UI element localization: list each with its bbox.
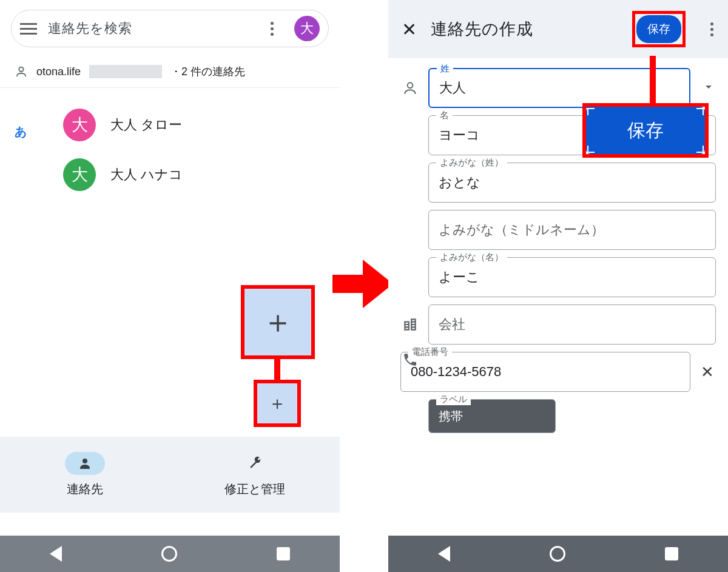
contact-name: 大人 ハナコ <box>110 166 183 184</box>
plus-icon: ＋ <box>262 301 294 343</box>
tab-contacts[interactable]: 連絡先 <box>0 437 170 513</box>
section-letter: あ <box>15 124 27 140</box>
account-count: ・2 件の連絡先 <box>170 64 245 79</box>
callout-connector <box>650 56 656 103</box>
phone-type-select[interactable]: ラベル 携帯 <box>428 399 556 433</box>
svg-point-2 <box>408 82 413 88</box>
field-label: ラベル <box>436 394 471 405</box>
field-label: 電話番号 <box>408 346 452 358</box>
create-contact-screen: ✕ 連絡先の作成 保存 保存 姓 大人 名 <box>388 0 728 572</box>
nav-recent-icon[interactable] <box>665 547 678 560</box>
phone-field[interactable]: 電話番号 080-1234-5678 <box>400 352 690 392</box>
nav-recent-icon[interactable] <box>277 547 290 560</box>
android-navbar <box>388 536 728 572</box>
arrow-right-icon <box>332 254 393 314</box>
page-title: 連絡先の作成 <box>431 18 621 40</box>
save-callout-label: 保存 <box>627 118 664 143</box>
field-value: よーこ <box>439 268 480 286</box>
profile-avatar[interactable]: 大 <box>294 16 320 41</box>
company-field[interactable]: 会社 <box>428 305 716 345</box>
nav-back-icon[interactable] <box>438 546 450 562</box>
more-icon[interactable] <box>265 22 278 36</box>
field-label: 姓 <box>437 63 453 75</box>
field-value: ヨーコ <box>439 126 480 144</box>
search-placeholder: 連絡先を検索 <box>48 19 254 38</box>
android-navbar <box>0 536 340 572</box>
menu-icon[interactable] <box>20 23 37 35</box>
svg-point-0 <box>19 67 23 72</box>
plus-icon: ＋ <box>268 391 286 416</box>
fab-add-callout-large[interactable]: ＋ <box>241 285 315 359</box>
close-icon[interactable]: ✕ <box>398 19 420 40</box>
account-row[interactable]: otona.life ・2 件の連絡先 <box>0 53 340 88</box>
contact-list: あ 大 大人 タロー 大 大人 ハナコ <box>0 88 340 200</box>
nav-home-icon[interactable] <box>161 546 177 562</box>
field-value: 大人 <box>439 79 466 97</box>
wrench-icon <box>235 452 275 475</box>
fab-add-button[interactable]: ＋ <box>254 380 301 427</box>
phonetic-lastname-field[interactable]: よみがな（姓） おとな <box>428 163 716 203</box>
contact-row[interactable]: 大 大人 タロー <box>0 100 340 150</box>
save-button-highlight: 保存 <box>632 11 686 47</box>
more-icon[interactable] <box>705 22 718 36</box>
person-icon <box>400 80 420 96</box>
contact-row[interactable]: 大 大人 ハナコ <box>0 150 340 200</box>
save-callout: 保存 <box>582 103 709 158</box>
account-masked <box>89 65 162 78</box>
building-icon <box>400 317 420 332</box>
clear-phone-icon[interactable]: ✕ <box>699 363 716 382</box>
tab-label: 連絡先 <box>67 481 103 497</box>
contact-avatar: 大 <box>63 158 96 191</box>
tab-label: 修正と管理 <box>224 481 285 497</box>
field-label: よみがな（名） <box>436 252 507 263</box>
field-label: 名 <box>436 110 453 121</box>
expand-name-icon[interactable] <box>701 79 716 96</box>
field-placeholder: よみがな（ミドルネーム） <box>439 221 604 239</box>
contact-name: 大人 タロー <box>110 116 182 134</box>
field-value: 携帯 <box>439 408 463 425</box>
account-name: otona.life <box>36 66 81 78</box>
tab-manage[interactable]: 修正と管理 <box>170 437 340 513</box>
field-placeholder: 会社 <box>439 315 465 334</box>
nav-home-icon[interactable] <box>550 546 565 562</box>
phonetic-middlename-field[interactable]: よみがな（ミドルネーム） <box>428 210 716 250</box>
contact-avatar: 大 <box>63 109 96 141</box>
person-icon <box>65 452 105 475</box>
contacts-list-screen: 連絡先を検索 大 otona.life ・2 件の連絡先 あ 大 大人 タロー … <box>0 0 340 572</box>
person-icon <box>15 65 28 78</box>
bottom-tabbar: 連絡先 修正と管理 <box>0 437 340 513</box>
field-value: おとな <box>439 173 480 192</box>
svg-point-1 <box>83 459 87 463</box>
nav-back-icon[interactable] <box>50 546 62 562</box>
field-label: よみがな（姓） <box>436 157 507 169</box>
phonetic-firstname-field[interactable]: よみがな（名） よーこ <box>428 257 716 297</box>
create-header: ✕ 連絡先の作成 保存 <box>388 0 728 58</box>
search-bar[interactable]: 連絡先を検索 大 <box>11 10 329 47</box>
field-value: 080-1234-5678 <box>411 364 501 380</box>
save-button[interactable]: 保存 <box>636 15 681 43</box>
